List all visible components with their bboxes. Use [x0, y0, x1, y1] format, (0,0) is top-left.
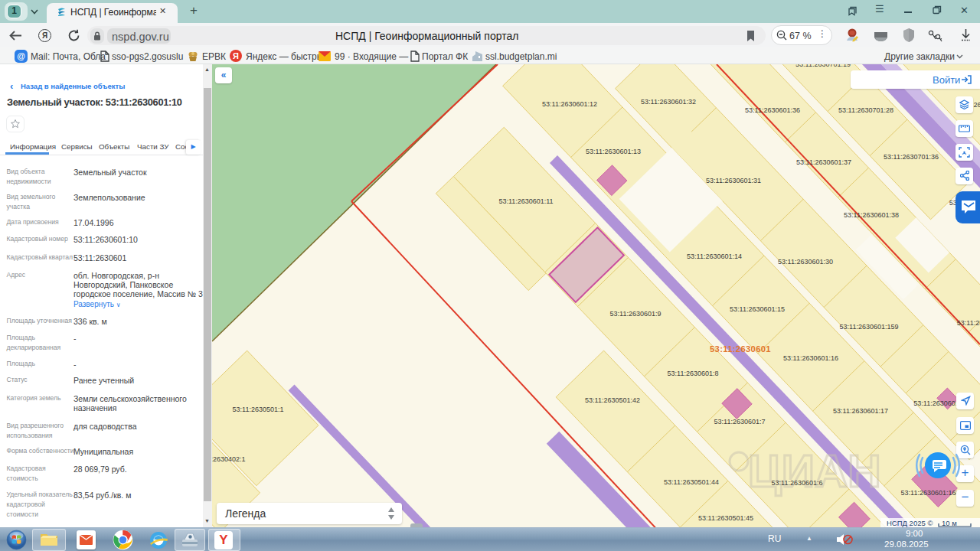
svg-text:53:11:2630701:28: 53:11:2630701:28: [838, 106, 893, 114]
svg-text:53:11:2630601:36: 53:11:2630601:36: [745, 106, 800, 114]
svg-text:53:11:2630601:31: 53:11:2630601:31: [706, 177, 761, 184]
svg-text:53:11:2630601:15: 53:11:2630601:15: [730, 305, 785, 313]
svg-text:53:11:2630601:30: 53:11:2630601:30: [778, 258, 833, 266]
svg-text:53:11:2630501:1: 53:11:2630501:1: [233, 406, 284, 413]
svg-text:ЦИАН: ЦИАН: [748, 445, 881, 497]
svg-text:53:11:2630501:44: 53:11:2630501:44: [664, 478, 719, 486]
svg-text:53:11:2630: 53:11:2630: [957, 319, 980, 327]
svg-text:53:11:2630402:1: 53:11:2630402:1: [212, 455, 245, 463]
svg-text:53:11:2630601:13: 53:11:2630601:13: [586, 148, 641, 155]
svg-text:53:11:2630601:14: 53:11:2630601:14: [687, 253, 742, 260]
svg-text:53:11:2630501:45: 53:11:2630501:45: [698, 514, 753, 522]
svg-text:53:11:2630601:17: 53:11:2630601:17: [833, 407, 888, 415]
svg-text:53:11:2630601: 53:11:2630601: [913, 399, 959, 407]
svg-text:53:11:2630701:19: 53:11:2630701:19: [795, 64, 851, 68]
svg-text:53:11:2630601:159: 53:11:2630601:159: [840, 323, 899, 331]
svg-text:53:11:2630601:6: 53:11:2630601:6: [772, 479, 823, 487]
svg-text:53:11:2630701:36: 53:11:2630701:36: [884, 153, 939, 161]
svg-text:53:11:2630601:37: 53:11:2630601:37: [796, 158, 851, 166]
svg-text:53:11:2630601:32: 53:11:2630601:32: [641, 98, 696, 106]
svg-text:53:11:2630601:16: 53:11:2630601:16: [783, 354, 838, 362]
svg-text:53:11:2630501:42: 53:11:2630501:42: [585, 396, 640, 404]
svg-text:53:11:2630601:11: 53:11:2630601:11: [498, 197, 553, 205]
svg-text:53:11:2630601:9: 53:11:2630601:9: [610, 310, 662, 318]
svg-text:53:11:2630601:7: 53:11:2630601:7: [714, 418, 766, 425]
svg-text:53:11:2630601:8: 53:11:2630601:8: [668, 370, 719, 377]
svg-text:53:11:2630601:12: 53:11:2630601:12: [542, 100, 597, 108]
svg-text:263: 263: [973, 101, 980, 109]
svg-text:53:11:2630601: 53:11:2630601: [710, 344, 771, 354]
svg-text:53:11:2630601:160: 53:11:2630601:160: [901, 489, 960, 497]
svg-text:53:11:2630601:38: 53:11:2630601:38: [844, 211, 899, 219]
